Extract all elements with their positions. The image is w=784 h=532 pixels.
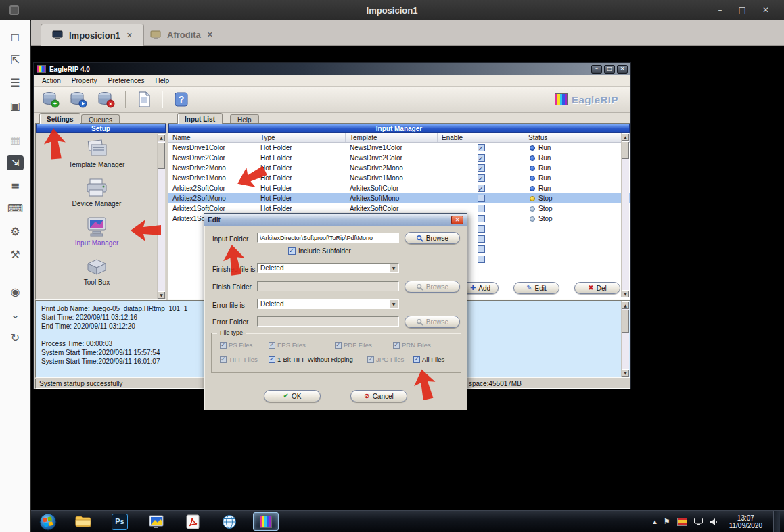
enable-checkbox[interactable] <box>478 195 485 202</box>
combo-arrow-icon[interactable]: ▼ <box>389 299 398 308</box>
table-row[interactable]: NewsDrive2Color Hot Folder NewsDrive2Col… <box>168 153 630 163</box>
photoshop-taskbar-icon[interactable]: Ps <box>107 512 133 531</box>
edit-dialog-titlebar[interactable]: Edit ✕ <box>204 214 467 226</box>
file-type-checkbox[interactable]: TIFF Files <box>220 356 269 363</box>
enable-checkbox[interactable] <box>478 164 485 172</box>
table-row[interactable]: NewsDrive1Color Hot Folder NewsDrive1Col… <box>168 143 630 153</box>
tray-expand-icon[interactable]: ▴ <box>653 517 657 526</box>
column-header-enable[interactable]: Enable <box>438 133 524 142</box>
column-header-name[interactable]: Name <box>168 133 256 142</box>
enable-checkbox[interactable] <box>478 256 485 263</box>
checkbox[interactable] <box>393 342 400 349</box>
file-type-checkbox[interactable]: All Files <box>413 356 444 363</box>
scaled-mode-icon[interactable]: ⇲ <box>0 151 30 174</box>
eaglerip-maximize-button[interactable]: □ <box>604 65 615 74</box>
action-center-icon[interactable]: ⚑ <box>664 517 670 526</box>
eaglerip-close-button[interactable]: ✕ <box>617 65 628 74</box>
menu-action[interactable]: Action <box>37 76 66 85</box>
error-folder-field[interactable] <box>257 316 399 327</box>
checkbox[interactable] <box>220 356 227 363</box>
keyboard-grab-icon[interactable]: ⌨ <box>0 197 30 220</box>
fullscreen-icon[interactable]: ⇱ <box>0 49 30 72</box>
menu-help[interactable]: Help <box>150 76 175 85</box>
setup-item-tool-box[interactable]: Tool Box <box>83 256 110 286</box>
tab-afrodita[interactable]: Afrodita ✕ <box>139 24 224 46</box>
checkbox[interactable] <box>335 342 342 349</box>
column-header-template[interactable]: Template <box>346 133 438 142</box>
checkbox[interactable] <box>269 356 275 363</box>
file-type-checkbox[interactable]: PRN Files <box>393 341 431 349</box>
tab-input-list[interactable]: Input List <box>177 113 223 124</box>
toolbar-menu-icon[interactable]: ☰ <box>0 72 30 95</box>
edit-button[interactable]: ✎Edit <box>513 282 559 294</box>
job-delete-icon[interactable]: × <box>97 91 115 108</box>
eaglerip-minimize-button[interactable]: – <box>591 65 602 74</box>
browser-taskbar-icon[interactable] <box>216 512 242 531</box>
tray-clock[interactable]: 13:07 11/09/2020 <box>725 514 766 529</box>
eaglerip-titlebar[interactable]: EagleRIP 4.0 – □ ✕ <box>34 63 630 75</box>
enable-checkbox[interactable] <box>478 215 485 222</box>
pdf-reader-taskbar-icon[interactable] <box>180 512 206 531</box>
checkbox[interactable] <box>220 342 227 349</box>
refresh-icon[interactable]: ↻ <box>0 327 30 349</box>
menu-preferences[interactable]: Preferences <box>103 76 150 85</box>
explorer-taskbar-icon[interactable] <box>70 512 96 531</box>
input-folder-field[interactable] <box>257 233 399 243</box>
include-subfolder-checkbox[interactable]: Include Subfolder <box>288 247 351 255</box>
start-button[interactable] <box>37 512 60 531</box>
finished-file-select[interactable]: Deleted ▼ <box>257 263 399 273</box>
window-minimize-button[interactable]: – <box>716 4 725 16</box>
file-type-checkbox[interactable]: JPG Files <box>367 356 413 363</box>
checkbox[interactable] <box>367 356 374 363</box>
enable-checkbox[interactable] <box>478 235 485 243</box>
file-type-checkbox[interactable]: PDF Files <box>335 341 393 349</box>
setup-item-input-manager[interactable]: Input Manager <box>75 216 119 247</box>
preferences-icon[interactable]: ⚙ <box>0 220 30 243</box>
enable-checkbox[interactable] <box>478 225 485 233</box>
enable-checkbox[interactable] <box>478 245 485 253</box>
tab-close-icon[interactable]: ✕ <box>126 31 133 40</box>
selection-mode-icon[interactable]: ◻ <box>0 26 30 49</box>
tab-close-icon[interactable]: ✕ <box>207 30 213 39</box>
table-row[interactable]: Arkitex1SoftColor Hot Folder ArkitexSoft… <box>168 203 630 214</box>
finish-folder-field[interactable] <box>257 281 399 291</box>
checkbox[interactable] <box>269 342 275 349</box>
ok-button[interactable]: ✔ OK <box>264 390 321 402</box>
setup-item-template-manager[interactable]: Template Manager <box>69 138 125 168</box>
screenshot-icon[interactable]: ◉ <box>0 281 30 304</box>
menu-property[interactable]: Property <box>66 76 103 85</box>
help-icon[interactable]: ? <box>173 91 189 108</box>
collapse-toolbar-icon[interactable]: ⌄ <box>0 304 30 327</box>
browse-error-folder-button[interactable]: Browse <box>405 316 460 328</box>
multi-monitor-icon[interactable]: ▣ <box>0 95 30 118</box>
enable-checkbox[interactable] <box>478 144 485 151</box>
window-close-button[interactable]: ✕ <box>760 4 772 16</box>
fit-window-icon[interactable]: ▦ <box>0 128 30 151</box>
setup-scrollbar[interactable]: ▲ ▼ <box>157 134 165 299</box>
file-type-checkbox[interactable]: 1-Bit TIFF Without Ripping <box>269 356 367 363</box>
checkbox[interactable] <box>288 247 296 255</box>
setup-item-device-manager[interactable]: Device Manager <box>72 177 122 208</box>
table-scrollbar[interactable]: ▲ ▼ <box>621 133 629 297</box>
view-options-icon[interactable]: ≡ <box>0 174 30 197</box>
language-indicator-icon[interactable] <box>677 518 687 526</box>
info-scrollbar[interactable]: ▲ ▼ <box>621 301 629 377</box>
tab-settings[interactable]: Settings <box>39 113 80 124</box>
network-icon[interactable] <box>694 518 703 525</box>
enable-checkbox[interactable] <box>478 185 485 192</box>
eaglerip-taskbar-icon[interactable] <box>253 512 279 531</box>
tab-imposicion1[interactable]: Imposicion1 ✕ <box>41 24 144 46</box>
report-icon[interactable] <box>137 91 152 108</box>
enable-checkbox[interactable] <box>478 154 485 162</box>
job-start-icon[interactable] <box>70 91 87 108</box>
delete-button[interactable]: ✖Del <box>574 282 620 294</box>
table-row[interactable]: Arkitex2SoftMono Hot Folder ArkitexSoftM… <box>168 193 630 203</box>
imposition-taskbar-icon[interactable] <box>143 512 169 531</box>
enable-checkbox[interactable] <box>478 205 485 212</box>
column-header-type[interactable]: Type <box>256 133 346 142</box>
enable-checkbox[interactable] <box>478 174 485 182</box>
file-type-checkbox[interactable]: EPS Files <box>269 341 335 349</box>
add-button[interactable]: ✚Add <box>462 282 499 294</box>
window-maximize-button[interactable]: □ <box>736 4 749 16</box>
job-add-icon[interactable]: + <box>42 91 60 108</box>
